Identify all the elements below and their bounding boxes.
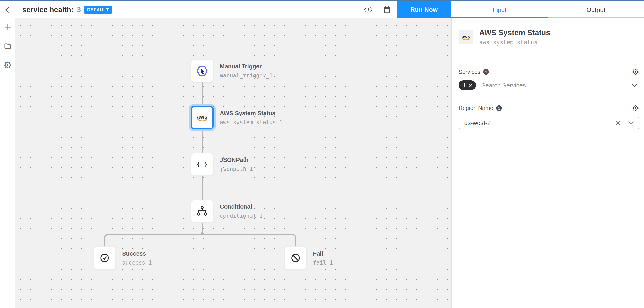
region-settings-button[interactable]: ⚙ <box>632 104 639 112</box>
node-label: Manual Trigger manual_trigger_1 <box>220 63 273 79</box>
node-conditional: Conditional conditional_1 <box>190 200 263 223</box>
workflow-canvas[interactable]: Manual Trigger manual_trigger_1 aws AWS … <box>16 18 452 308</box>
node-label: Success success_1 <box>122 250 152 266</box>
node-id: conditional_1 <box>220 212 263 219</box>
chip-count: 1 <box>463 82 466 88</box>
services-settings-button[interactable]: ⚙ <box>632 68 639 76</box>
node-title: Conditional <box>220 203 263 210</box>
add-node-button[interactable] <box>3 23 12 32</box>
tab-output[interactable]: Output <box>548 2 644 18</box>
input-config-panel: aws AWS System Status aws_system_status … <box>452 18 644 308</box>
aws-logo-icon: aws <box>196 111 209 124</box>
schedule-button[interactable] <box>377 2 396 18</box>
panel-header-texts: AWS System Status aws_system_status <box>479 28 550 46</box>
node-title: Fail <box>313 250 333 257</box>
chevron-down-icon[interactable] <box>628 121 634 125</box>
back-button[interactable] <box>0 2 16 18</box>
services-label-row: Services i ⚙ <box>458 68 639 76</box>
node-id: success_1 <box>122 260 152 266</box>
node-manual-trigger: Manual Trigger manual_trigger_1 <box>190 59 273 82</box>
topbar-spacer <box>104 2 359 18</box>
panel-body: Services i ⚙ 1 Search Services <box>452 55 644 129</box>
services-label: Services <box>458 69 480 75</box>
remove-icon[interactable] <box>469 84 472 87</box>
playbook-title: service health: <box>22 6 74 14</box>
svg-text:{ }: { } <box>196 161 208 168</box>
node-manual-trigger-card[interactable] <box>190 59 214 82</box>
workflow-editor: { "colors": { "accent": "#1890ff", "top_… <box>0 0 644 308</box>
no-entry-icon <box>289 252 302 264</box>
aws-logo-icon: aws <box>460 32 471 42</box>
node-id: aws_system_status_1 <box>220 119 282 125</box>
playbook-version: 3 <box>77 6 81 14</box>
node-aws-system-status-card[interactable]: aws <box>190 106 214 129</box>
services-multiselect[interactable]: 1 Search Services <box>458 80 639 94</box>
node-conditional-card[interactable] <box>190 200 214 223</box>
node-aws-system-status: aws AWS System Status aws_system_status_… <box>190 106 282 129</box>
panel-app-tile: aws <box>458 30 473 44</box>
back-chevron-icon <box>4 6 12 14</box>
canvas-toolbar: ⚙ <box>0 18 16 308</box>
plus-icon <box>4 23 12 32</box>
node-title: Manual Trigger <box>220 63 273 70</box>
node-title: Success <box>122 250 152 257</box>
region-value: us-west-2 <box>464 120 490 126</box>
gear-icon: ⚙ <box>4 60 12 70</box>
info-icon[interactable]: i <box>496 105 502 111</box>
panel-subtitle: aws_system_status <box>479 39 550 46</box>
panel-header: aws AWS System Status aws_system_status <box>452 18 644 55</box>
node-title: AWS System Status <box>220 110 282 116</box>
node-success: Success success_1 <box>93 246 152 270</box>
chevron-down-icon[interactable] <box>632 83 639 87</box>
node-jsonpath: { } JSONPath jsonpath_1 <box>190 153 253 176</box>
hexagon-cursor-icon <box>196 64 209 78</box>
node-fail: Fail fail_1 <box>284 246 333 270</box>
settings-button[interactable]: ⚙ <box>3 60 12 70</box>
panel-tabs: Input Output <box>452 2 644 18</box>
info-icon[interactable]: i <box>483 69 489 75</box>
region-label-row: Region Name i ⚙ <box>458 104 639 112</box>
region-field: Region Name i ⚙ us-west-2 <box>458 104 639 129</box>
node-success-card[interactable] <box>93 246 116 270</box>
node-id: jsonpath_1 <box>220 166 253 172</box>
node-title: JSONPath <box>220 157 253 163</box>
node-label: Conditional conditional_1 <box>220 203 263 219</box>
run-now-button[interactable]: Run Now <box>396 2 452 18</box>
node-id: fail_1 <box>313 260 333 266</box>
folder-icon <box>4 42 12 50</box>
node-label: JSONPath jsonpath_1 <box>220 157 253 172</box>
node-id: manual_trigger_1 <box>220 72 273 79</box>
tab-input[interactable]: Input <box>452 2 548 18</box>
gear-icon: ⚙ <box>632 68 639 76</box>
services-selected-chip[interactable]: 1 <box>458 80 476 90</box>
window-accent-strip <box>0 0 644 2</box>
clear-icon[interactable] <box>615 120 621 126</box>
services-placeholder: Search Services <box>481 82 526 89</box>
services-field: Services i ⚙ 1 Search Services <box>458 68 639 94</box>
node-jsonpath-card[interactable]: { } <box>190 153 214 176</box>
code-icon <box>364 5 373 14</box>
playbook-title-section: service health: 3 DEFAULT <box>16 2 104 18</box>
check-circle-icon <box>98 252 111 264</box>
svg-text:aws: aws <box>197 114 208 120</box>
panel-title: AWS System Status <box>479 28 550 37</box>
branch-icon <box>196 205 208 218</box>
code-view-button[interactable] <box>359 2 377 18</box>
region-label: Region Name <box>458 105 493 111</box>
files-button[interactable] <box>3 42 12 50</box>
region-select[interactable]: us-west-2 <box>458 116 639 129</box>
topbar: service health: 3 DEFAULT Run Now <box>0 2 452 18</box>
calendar-icon <box>382 5 392 14</box>
node-label: AWS System Status aws_system_status_1 <box>220 110 282 125</box>
svg-text:aws: aws <box>462 34 470 39</box>
gear-icon: ⚙ <box>632 104 639 112</box>
curly-braces-icon: { } <box>196 158 209 171</box>
node-fail-card[interactable] <box>284 246 307 270</box>
node-label: Fail fail_1 <box>313 250 333 266</box>
